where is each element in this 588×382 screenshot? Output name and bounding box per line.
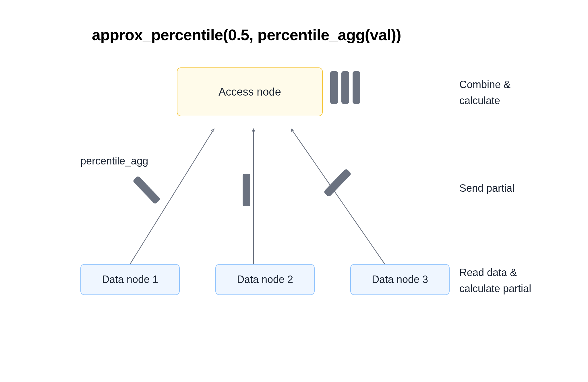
data-node-3-label: Data node 3 xyxy=(372,274,428,286)
data-node-2-box: Data node 2 xyxy=(215,264,315,295)
partial-bar-icon xyxy=(323,168,352,197)
send-partial-label: Send partial xyxy=(459,180,514,196)
combine-calculate-label: Combine &calculate xyxy=(459,77,510,109)
arrow-data3-to-access xyxy=(291,129,385,264)
diagram-title: approx_percentile(0.5, percentile_agg(va… xyxy=(92,26,401,44)
bar-icon xyxy=(330,71,338,104)
data-node-3-box: Data node 3 xyxy=(350,264,450,295)
combined-bars-icon xyxy=(330,71,360,104)
data-node-2-label: Data node 2 xyxy=(237,274,293,286)
access-node-label: Access node xyxy=(218,86,281,98)
partial-bar-icon xyxy=(132,176,161,205)
partial-bar-icon xyxy=(243,174,250,206)
access-node-box: Access node xyxy=(177,67,323,116)
read-calculate-label: Read data &calculate partial xyxy=(459,265,531,297)
bar-icon xyxy=(341,71,349,104)
data-node-1-box: Data node 1 xyxy=(80,264,180,295)
arrow-data1-to-access xyxy=(130,129,214,264)
data-node-1-label: Data node 1 xyxy=(102,274,158,286)
percentile-agg-label: percentile_agg xyxy=(80,155,148,167)
bar-icon xyxy=(353,71,360,104)
